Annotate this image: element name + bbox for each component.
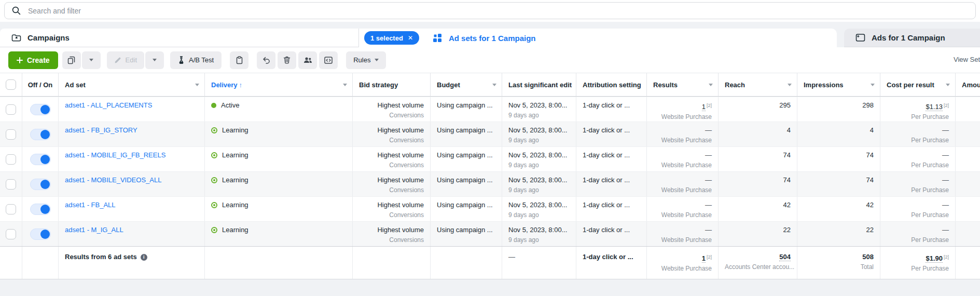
row-checkbox[interactable] — [6, 229, 16, 239]
column-menu-icon[interactable] — [709, 84, 713, 86]
header-impressions[interactable]: Impressions — [797, 73, 880, 96]
off-on-toggle[interactable] — [30, 228, 51, 240]
ad-set-link[interactable]: adset1 - MOBILE_IG_FB_REELS — [65, 151, 198, 159]
off-on-toggle[interactable] — [30, 154, 51, 165]
header-results[interactable]: Results — [647, 73, 719, 96]
ad-set-link[interactable]: adset1 - FB_ALL — [65, 201, 198, 209]
table-row: adset1 - MOBILE_VIDEOS_ALLLearningHighes… — [0, 171, 980, 196]
duplicate-icon — [67, 56, 75, 64]
bid-strategy-sub: Conversions — [359, 236, 424, 244]
off-on-toggle[interactable] — [30, 104, 51, 115]
column-menu-icon[interactable] — [195, 84, 199, 86]
results-cell: —Website Purchase — [647, 122, 719, 146]
off-on-toggle[interactable] — [30, 204, 51, 215]
impressions-value: 22 — [804, 226, 874, 234]
ad-set-link[interactable]: adset1 - M_IG_ALL — [65, 226, 198, 234]
last-edit-sub: 9 days ago — [508, 111, 570, 119]
header-bid-strategy[interactable]: Bid strategy — [353, 73, 431, 96]
export-button[interactable] — [319, 51, 338, 69]
delivery-status: Learning — [211, 126, 346, 134]
table-header-row: Off / On Ad set Delivery↑ Bid strategy B… — [0, 73, 980, 97]
last-edit-sub: 9 days ago — [508, 211, 570, 219]
ad-set-link[interactable]: adset1 - FB_IG_STORY — [65, 126, 198, 134]
cost-value: — — [942, 151, 949, 159]
selected-chip[interactable]: 1 selected ✕ — [364, 31, 419, 45]
toggle-knob — [40, 180, 50, 189]
header-reach[interactable]: Reach — [719, 73, 797, 96]
delivery-status-label: Learning — [222, 126, 249, 134]
clipboard-button[interactable] — [230, 51, 249, 69]
ad-set-link[interactable]: adset1 - ALL_PLACEMENTS — [65, 101, 198, 110]
ab-test-button[interactable]: A/B Test — [170, 51, 222, 69]
footer-budget — [431, 247, 502, 279]
attribution-value: 1-day click or ... — [583, 126, 640, 134]
last-edit-cell: Nov 5, 2023, 8:00...9 days ago — [502, 147, 576, 171]
header-last-edit[interactable]: Last significant edit — [502, 73, 576, 96]
bid-strategy-cell: Highest volumeConversions — [353, 97, 431, 122]
header-cost[interactable]: Cost per result — [880, 73, 956, 96]
results-cell: 1[2]Website Purchase — [647, 97, 719, 122]
column-menu-icon[interactable] — [343, 84, 347, 86]
results-value[interactable]: 1 — [702, 103, 706, 111]
impressions-cell: 22 — [797, 222, 880, 246]
row-select-cell — [0, 197, 22, 221]
search-input[interactable] — [28, 7, 968, 15]
undo-button[interactable] — [257, 51, 275, 69]
delivery-status: Learning — [211, 201, 346, 209]
results-cell: —Website Purchase — [647, 147, 719, 171]
off-on-toggle[interactable] — [30, 129, 51, 140]
delete-button[interactable] — [278, 51, 296, 69]
tab-ads[interactable]: Ads for 1 Campaign — [844, 29, 980, 47]
tab-campaigns[interactable]: Campaigns — [0, 29, 359, 47]
header-amount[interactable]: Amou — [956, 73, 980, 96]
duplicate-dropdown-button[interactable] — [82, 51, 101, 69]
trash-icon — [283, 56, 291, 64]
create-button[interactable]: Create — [8, 51, 58, 69]
tab-adsets-label: Ad sets for 1 Campaign — [449, 34, 536, 43]
row-checkbox[interactable] — [6, 179, 16, 190]
delivery-status: Learning — [211, 176, 346, 184]
header-delivery[interactable]: Delivery↑ — [205, 73, 353, 96]
search-bar[interactable] — [4, 2, 976, 19]
row-checkbox[interactable] — [6, 204, 16, 214]
row-checkbox[interactable] — [6, 129, 16, 140]
column-menu-icon[interactable] — [946, 84, 950, 86]
toggle-knob — [40, 155, 50, 164]
info-icon[interactable] — [141, 254, 147, 261]
header-select-all[interactable] — [0, 73, 22, 96]
column-menu-icon[interactable] — [871, 84, 875, 86]
row-checkbox[interactable] — [6, 154, 16, 165]
results-total[interactable]: 1 — [702, 254, 706, 263]
off-on-toggle[interactable] — [30, 179, 51, 190]
select-all-checkbox[interactable] — [6, 79, 16, 90]
cost-value[interactable]: $1.13 — [926, 103, 943, 111]
column-menu-icon[interactable] — [492, 84, 496, 86]
header-ad-set[interactable]: Ad set — [59, 73, 205, 96]
results-sub: Website Purchase — [653, 236, 712, 244]
rules-button[interactable]: Rules — [346, 51, 386, 69]
budget-value: Using campaign ... — [437, 101, 495, 110]
reach-total[interactable]: 504 — [779, 253, 791, 261]
column-menu-icon[interactable] — [788, 84, 792, 86]
cost-total[interactable]: $1.90 — [926, 254, 943, 263]
table-body: adset1 - ALL_PLACEMENTSActiveHighest vol… — [0, 97, 980, 246]
tab-adsets[interactable]: 1 selected ✕ Ad sets for 1 Campaign — [359, 29, 837, 47]
audiences-button[interactable] — [298, 51, 317, 69]
header-budget[interactable]: Budget — [431, 73, 502, 96]
impressions-cell: 4 — [797, 122, 880, 146]
view-setup-link[interactable]: View Set — [954, 56, 980, 63]
duplicate-button[interactable] — [62, 51, 81, 69]
impressions-cell: 74 — [797, 147, 880, 171]
cost-sub: Per Purchase — [887, 161, 949, 169]
edit-button[interactable]: Edit — [107, 51, 144, 69]
header-attribution[interactable]: Attribution setting — [576, 73, 647, 96]
last-edit-value: Nov 5, 2023, 8:00... — [508, 151, 570, 159]
edit-dropdown-button[interactable] — [145, 51, 164, 69]
ad-set-name-cell: adset1 - FB_IG_STORY — [59, 122, 205, 146]
reach-value: 74 — [725, 176, 791, 184]
row-checkbox[interactable] — [6, 104, 16, 115]
budget-cell: Using campaign ... — [431, 172, 502, 196]
chip-close-icon[interactable]: ✕ — [408, 35, 413, 41]
ad-set-link[interactable]: adset1 - MOBILE_VIDEOS_ALL — [65, 176, 198, 184]
cost-cell: —Per Purchase — [880, 122, 956, 146]
